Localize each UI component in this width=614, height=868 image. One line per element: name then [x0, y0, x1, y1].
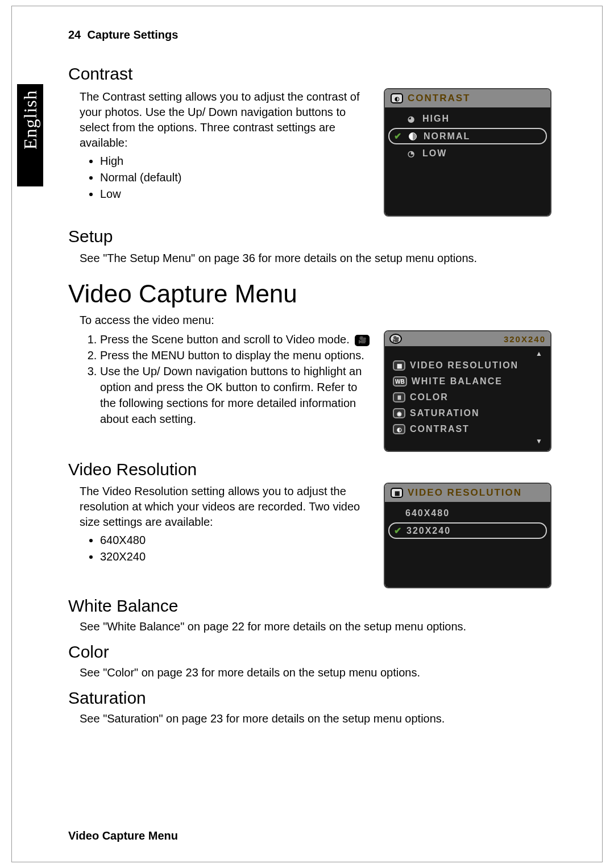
lcd-titlebar: ▦ VIDEO RESOLUTION	[385, 484, 550, 502]
list-item: High	[100, 153, 372, 169]
contrast-paragraph: The Contrast setting allows you to adjus…	[80, 89, 372, 151]
list-item: Press the MENU button to display the men…	[100, 347, 372, 363]
lcd-row-white-balance[interactable]: WB WHITE BALANCE	[388, 373, 547, 389]
color-icon: Ⅲ	[393, 392, 405, 402]
page-number: 24	[68, 28, 81, 41]
lcd-row-high[interactable]: ◕ HIGH	[388, 111, 547, 127]
lcd-item-label: HIGH	[422, 114, 450, 124]
lcd-body: ◕ HIGH ✔ NORMAL ◔ LOW	[385, 107, 550, 215]
lcd-top-right: 320X240	[504, 334, 546, 344]
high-icon: ◕	[405, 114, 418, 124]
normal-icon	[406, 131, 419, 142]
heading-video-resolution: Video Resolution	[68, 460, 551, 479]
lcd-row-contrast[interactable]: ◐ CONTRAST	[388, 421, 547, 437]
lcd-title: CONTRAST	[408, 93, 470, 104]
lcd-row-saturation[interactable]: ◉ SATURATION	[388, 405, 547, 421]
video-res-bullets: 640X480 320X240	[100, 532, 372, 565]
saturation-paragraph: See "Saturation" on page 23 for more det…	[80, 711, 551, 726]
saturation-icon: ◉	[393, 408, 405, 418]
lcd-titlebar: ◐ CONTRAST	[385, 89, 550, 107]
language-tab: English	[17, 84, 43, 186]
heading-contrast: Contrast	[68, 64, 551, 84]
lcd-contrast: ◐ CONTRAST ◕ HIGH ✔ NORMAL ◔ LOW	[384, 88, 551, 217]
heading-video-capture-menu: Video Capture Menu	[68, 280, 551, 308]
white-balance-paragraph: See "White Balance" on page 22 for more …	[80, 619, 551, 634]
page-footer: Video Capture Menu	[68, 829, 178, 842]
video-mode-icon: 🎥	[355, 335, 370, 346]
lcd-item-label: NORMAL	[424, 131, 470, 142]
check-icon: ✔	[394, 131, 402, 142]
lcd-topbar: 🎥 320X240	[385, 331, 550, 346]
contrast-icon: ◐	[393, 424, 405, 434]
scroll-down-icon[interactable]: ▼	[388, 437, 547, 445]
lcd-row-320x240[interactable]: ✔ 320X240	[388, 522, 547, 539]
white-balance-icon: WB	[393, 376, 407, 387]
contrast-bullets: High Normal (default) Low	[100, 153, 372, 202]
lcd-row-640x480[interactable]: 640X480	[388, 505, 547, 521]
step-text: Press the Scene button and scroll to Vid…	[100, 333, 350, 346]
lcd-item-label: LOW	[422, 148, 447, 159]
lcd-video-menu: 🎥 320X240 ▲ ▦ VIDEO RESOLUTION WB WHITE …	[384, 330, 551, 452]
video-menu-intro: To access the video menu:	[80, 313, 551, 328]
lcd-item-label: VIDEO RESOLUTION	[410, 360, 518, 371]
list-item: Low	[100, 186, 372, 202]
list-item: 640X480	[100, 532, 372, 549]
lcd-item-label: WHITE BALANCE	[412, 376, 503, 387]
low-icon: ◔	[405, 148, 418, 159]
setup-paragraph: See "The Setup Menu" on page 36 for more…	[80, 251, 551, 266]
list-item: Normal (default)	[100, 169, 372, 186]
lcd-row-low[interactable]: ◔ LOW	[388, 146, 547, 161]
list-item: Use the Up/ Down navigation buttons to h…	[100, 363, 372, 427]
lcd-item-label: SATURATION	[410, 408, 480, 418]
list-item: Press the Scene button and scroll to Vid…	[100, 331, 372, 347]
heading-setup: Setup	[68, 227, 551, 246]
lcd-row-color[interactable]: Ⅲ COLOR	[388, 389, 547, 405]
list-item: 320X240	[100, 549, 372, 565]
heading-saturation: Saturation	[68, 688, 551, 708]
lcd-body: 640X480 ✔ 320X240	[385, 502, 550, 587]
check-icon: ✔	[394, 525, 402, 536]
video-res-paragraph: The Video Resolution setting allows you …	[80, 484, 372, 530]
section-title: Capture Settings	[87, 28, 178, 41]
lcd-title: VIDEO RESOLUTION	[408, 487, 522, 499]
color-paragraph: See "Color" on page 23 for more details …	[80, 665, 551, 680]
lcd-video-resolution: ▦ VIDEO RESOLUTION 640X480 ✔ 320X240	[384, 483, 551, 588]
lcd-item-label: 640X480	[405, 508, 450, 518]
lcd-item-label: COLOR	[410, 392, 449, 402]
page-content: 24 Capture Settings Contrast The Contras…	[68, 28, 551, 729]
lcd-item-label: CONTRAST	[410, 424, 470, 434]
heading-white-balance: White Balance	[68, 596, 551, 616]
lcd-item-label: 320X240	[406, 526, 451, 536]
lcd-row-video-resolution[interactable]: ▦ VIDEO RESOLUTION	[388, 358, 547, 373]
video-menu-steps: Press the Scene button and scroll to Vid…	[100, 331, 372, 427]
heading-color: Color	[68, 642, 551, 662]
page-header: 24 Capture Settings	[68, 28, 551, 41]
scroll-up-icon[interactable]: ▲	[388, 350, 547, 358]
contrast-title-icon: ◐	[391, 93, 403, 103]
video-res-icon: ▦	[393, 360, 405, 371]
lcd-row-normal[interactable]: ✔ NORMAL	[388, 128, 547, 144]
lcd-body: ▲ ▦ VIDEO RESOLUTION WB WHITE BALANCE Ⅲ …	[385, 346, 550, 451]
video-mode-icon: 🎥	[389, 334, 402, 344]
video-res-title-icon: ▦	[391, 488, 403, 498]
